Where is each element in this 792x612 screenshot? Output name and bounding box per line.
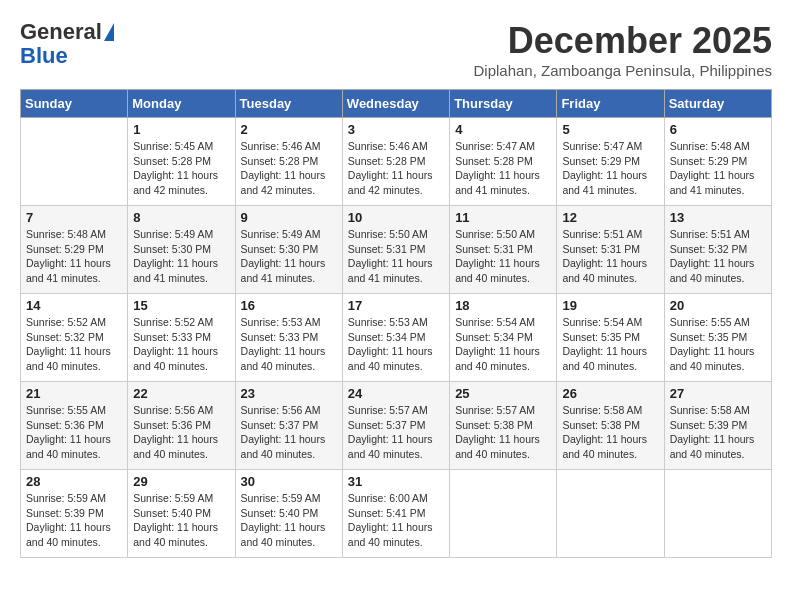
day-number: 12	[562, 210, 658, 225]
day-number: 19	[562, 298, 658, 313]
day-number: 24	[348, 386, 444, 401]
day-info: Sunrise: 5:55 AMSunset: 5:36 PMDaylight:…	[26, 403, 122, 462]
day-info: Sunrise: 5:47 AMSunset: 5:28 PMDaylight:…	[455, 139, 551, 198]
calendar-cell: 16Sunrise: 5:53 AMSunset: 5:33 PMDayligh…	[235, 294, 342, 382]
day-number: 10	[348, 210, 444, 225]
day-number: 13	[670, 210, 766, 225]
calendar-cell: 8Sunrise: 5:49 AMSunset: 5:30 PMDaylight…	[128, 206, 235, 294]
calendar-cell: 7Sunrise: 5:48 AMSunset: 5:29 PMDaylight…	[21, 206, 128, 294]
calendar-cell	[21, 118, 128, 206]
col-wednesday: Wednesday	[342, 90, 449, 118]
calendar-cell: 29Sunrise: 5:59 AMSunset: 5:40 PMDayligh…	[128, 470, 235, 558]
day-info: Sunrise: 5:48 AMSunset: 5:29 PMDaylight:…	[670, 139, 766, 198]
calendar-cell: 2Sunrise: 5:46 AMSunset: 5:28 PMDaylight…	[235, 118, 342, 206]
day-number: 29	[133, 474, 229, 489]
day-info: Sunrise: 5:48 AMSunset: 5:29 PMDaylight:…	[26, 227, 122, 286]
day-number: 31	[348, 474, 444, 489]
calendar-week-row: 21Sunrise: 5:55 AMSunset: 5:36 PMDayligh…	[21, 382, 772, 470]
calendar-cell: 20Sunrise: 5:55 AMSunset: 5:35 PMDayligh…	[664, 294, 771, 382]
day-info: Sunrise: 5:53 AMSunset: 5:33 PMDaylight:…	[241, 315, 337, 374]
day-info: Sunrise: 5:53 AMSunset: 5:34 PMDaylight:…	[348, 315, 444, 374]
day-info: Sunrise: 5:45 AMSunset: 5:28 PMDaylight:…	[133, 139, 229, 198]
day-info: Sunrise: 5:57 AMSunset: 5:38 PMDaylight:…	[455, 403, 551, 462]
col-sunday: Sunday	[21, 90, 128, 118]
day-number: 22	[133, 386, 229, 401]
day-info: Sunrise: 5:59 AMSunset: 5:40 PMDaylight:…	[133, 491, 229, 550]
calendar-cell: 18Sunrise: 5:54 AMSunset: 5:34 PMDayligh…	[450, 294, 557, 382]
day-info: Sunrise: 5:51 AMSunset: 5:32 PMDaylight:…	[670, 227, 766, 286]
day-number: 27	[670, 386, 766, 401]
day-info: Sunrise: 5:52 AMSunset: 5:32 PMDaylight:…	[26, 315, 122, 374]
calendar-cell: 9Sunrise: 5:49 AMSunset: 5:30 PMDaylight…	[235, 206, 342, 294]
day-info: Sunrise: 5:55 AMSunset: 5:35 PMDaylight:…	[670, 315, 766, 374]
calendar-cell: 23Sunrise: 5:56 AMSunset: 5:37 PMDayligh…	[235, 382, 342, 470]
logo: General Blue	[20, 20, 114, 68]
day-info: Sunrise: 5:59 AMSunset: 5:39 PMDaylight:…	[26, 491, 122, 550]
calendar-cell: 12Sunrise: 5:51 AMSunset: 5:31 PMDayligh…	[557, 206, 664, 294]
day-number: 25	[455, 386, 551, 401]
day-number: 26	[562, 386, 658, 401]
calendar-cell: 30Sunrise: 5:59 AMSunset: 5:40 PMDayligh…	[235, 470, 342, 558]
calendar-cell: 31Sunrise: 6:00 AMSunset: 5:41 PMDayligh…	[342, 470, 449, 558]
col-tuesday: Tuesday	[235, 90, 342, 118]
day-number: 16	[241, 298, 337, 313]
calendar-cell: 5Sunrise: 5:47 AMSunset: 5:29 PMDaylight…	[557, 118, 664, 206]
calendar-week-row: 1Sunrise: 5:45 AMSunset: 5:28 PMDaylight…	[21, 118, 772, 206]
day-number: 7	[26, 210, 122, 225]
day-info: Sunrise: 5:56 AMSunset: 5:36 PMDaylight:…	[133, 403, 229, 462]
day-number: 2	[241, 122, 337, 137]
calendar-table: Sunday Monday Tuesday Wednesday Thursday…	[20, 89, 772, 558]
calendar-week-row: 7Sunrise: 5:48 AMSunset: 5:29 PMDaylight…	[21, 206, 772, 294]
day-number: 18	[455, 298, 551, 313]
logo-text-blue: Blue	[20, 44, 68, 68]
day-info: Sunrise: 5:50 AMSunset: 5:31 PMDaylight:…	[455, 227, 551, 286]
calendar-header-row: Sunday Monday Tuesday Wednesday Thursday…	[21, 90, 772, 118]
calendar-cell: 22Sunrise: 5:56 AMSunset: 5:36 PMDayligh…	[128, 382, 235, 470]
day-number: 3	[348, 122, 444, 137]
day-number: 14	[26, 298, 122, 313]
day-info: Sunrise: 5:59 AMSunset: 5:40 PMDaylight:…	[241, 491, 337, 550]
col-monday: Monday	[128, 90, 235, 118]
day-info: Sunrise: 6:00 AMSunset: 5:41 PMDaylight:…	[348, 491, 444, 550]
calendar-cell: 25Sunrise: 5:57 AMSunset: 5:38 PMDayligh…	[450, 382, 557, 470]
calendar-cell: 6Sunrise: 5:48 AMSunset: 5:29 PMDaylight…	[664, 118, 771, 206]
day-number: 1	[133, 122, 229, 137]
day-info: Sunrise: 5:57 AMSunset: 5:37 PMDaylight:…	[348, 403, 444, 462]
day-number: 4	[455, 122, 551, 137]
logo-text-general: General	[20, 20, 102, 44]
day-number: 23	[241, 386, 337, 401]
day-info: Sunrise: 5:49 AMSunset: 5:30 PMDaylight:…	[133, 227, 229, 286]
day-number: 21	[26, 386, 122, 401]
col-saturday: Saturday	[664, 90, 771, 118]
day-number: 9	[241, 210, 337, 225]
calendar-cell: 24Sunrise: 5:57 AMSunset: 5:37 PMDayligh…	[342, 382, 449, 470]
day-number: 17	[348, 298, 444, 313]
day-number: 30	[241, 474, 337, 489]
day-info: Sunrise: 5:58 AMSunset: 5:38 PMDaylight:…	[562, 403, 658, 462]
calendar-cell: 1Sunrise: 5:45 AMSunset: 5:28 PMDaylight…	[128, 118, 235, 206]
col-friday: Friday	[557, 90, 664, 118]
day-info: Sunrise: 5:51 AMSunset: 5:31 PMDaylight:…	[562, 227, 658, 286]
day-number: 11	[455, 210, 551, 225]
day-info: Sunrise: 5:54 AMSunset: 5:34 PMDaylight:…	[455, 315, 551, 374]
calendar-cell: 13Sunrise: 5:51 AMSunset: 5:32 PMDayligh…	[664, 206, 771, 294]
calendar-cell: 19Sunrise: 5:54 AMSunset: 5:35 PMDayligh…	[557, 294, 664, 382]
day-info: Sunrise: 5:54 AMSunset: 5:35 PMDaylight:…	[562, 315, 658, 374]
day-info: Sunrise: 5:52 AMSunset: 5:33 PMDaylight:…	[133, 315, 229, 374]
calendar-cell: 27Sunrise: 5:58 AMSunset: 5:39 PMDayligh…	[664, 382, 771, 470]
location-subtitle: Diplahan, Zamboanga Peninsula, Philippin…	[473, 62, 772, 79]
day-info: Sunrise: 5:46 AMSunset: 5:28 PMDaylight:…	[241, 139, 337, 198]
day-number: 20	[670, 298, 766, 313]
day-number: 6	[670, 122, 766, 137]
col-thursday: Thursday	[450, 90, 557, 118]
calendar-cell: 10Sunrise: 5:50 AMSunset: 5:31 PMDayligh…	[342, 206, 449, 294]
day-number: 28	[26, 474, 122, 489]
calendar-cell	[664, 470, 771, 558]
month-title: December 2025	[473, 20, 772, 62]
calendar-cell: 15Sunrise: 5:52 AMSunset: 5:33 PMDayligh…	[128, 294, 235, 382]
day-info: Sunrise: 5:58 AMSunset: 5:39 PMDaylight:…	[670, 403, 766, 462]
day-info: Sunrise: 5:47 AMSunset: 5:29 PMDaylight:…	[562, 139, 658, 198]
day-number: 5	[562, 122, 658, 137]
calendar-cell: 14Sunrise: 5:52 AMSunset: 5:32 PMDayligh…	[21, 294, 128, 382]
day-number: 8	[133, 210, 229, 225]
